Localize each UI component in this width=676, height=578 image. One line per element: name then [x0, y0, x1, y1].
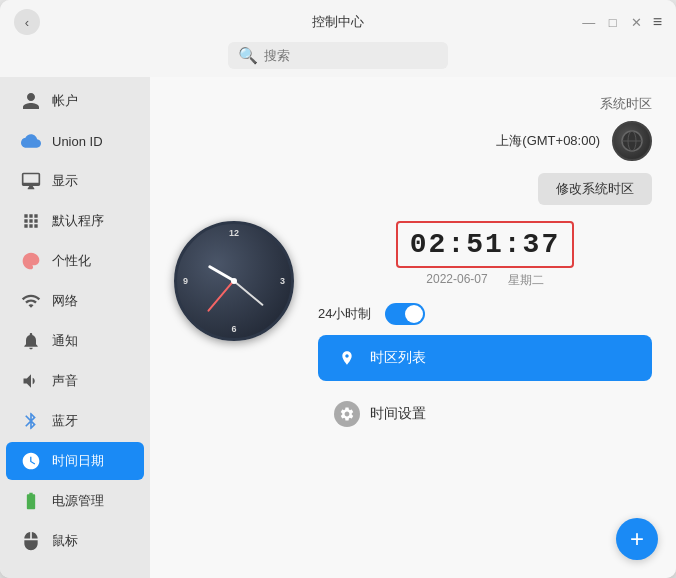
- maximize-button[interactable]: □: [605, 14, 621, 30]
- mouse-icon: [20, 530, 42, 552]
- sidebar-label-datetime: 时间日期: [52, 452, 104, 470]
- sidebar-item-personalize[interactable]: 个性化: [6, 242, 144, 280]
- sidebar-label-display: 显示: [52, 172, 78, 190]
- main-window: ‹ 控制中心 — □ ✕ ≡ 🔍 帐户: [0, 0, 676, 578]
- sidebar-label-notification: 通知: [52, 332, 78, 350]
- content-panel: 系统时区 上海(GMT+08:00) 修改系统时区: [150, 77, 676, 578]
- sidebar-label-mouse: 鼠标: [52, 532, 78, 550]
- sidebar-label-default-app: 默认程序: [52, 212, 104, 230]
- section-title: 系统时区: [600, 95, 652, 113]
- digital-panel: 02:51:37 2022-06-07 星期二 24小时制: [318, 221, 652, 437]
- clock-num-12: 12: [229, 228, 239, 238]
- settings-icon: [339, 406, 355, 422]
- search-input[interactable]: [264, 48, 438, 63]
- sidebar-label-bluetooth: 蓝牙: [52, 412, 78, 430]
- main-area: 帐户 Union ID 显示 默认程序: [0, 77, 676, 578]
- sidebar-label-sound: 声音: [52, 372, 78, 390]
- analog-clock: 12 3 6 9: [174, 221, 294, 341]
- date-value: 2022-06-07: [426, 272, 487, 289]
- sidebar-item-notification[interactable]: 通知: [6, 322, 144, 360]
- sidebar-item-power[interactable]: 电源管理: [6, 482, 144, 520]
- date-row: 2022-06-07 星期二: [318, 272, 652, 289]
- sidebar-item-mouse[interactable]: 鼠标: [6, 522, 144, 560]
- sidebar-item-display[interactable]: 显示: [6, 162, 144, 200]
- time-settings-button[interactable]: 时间设置: [318, 391, 652, 437]
- globe-icon: [620, 129, 644, 153]
- back-button[interactable]: ‹: [14, 9, 40, 35]
- clock-num-9: 9: [183, 276, 188, 286]
- location-icon-wrap: [334, 345, 360, 371]
- toggle-knob: [405, 305, 423, 323]
- sound-icon: [20, 370, 42, 392]
- network-icon: [20, 290, 42, 312]
- second-hand: [208, 281, 235, 313]
- sidebar-label-personalize: 个性化: [52, 252, 91, 270]
- change-timezone-button[interactable]: 修改系统时区: [538, 173, 652, 205]
- settings-icon-wrap: [334, 401, 360, 427]
- sidebar-label-union-id: Union ID: [52, 134, 103, 149]
- clock-center: [231, 278, 237, 284]
- sidebar-item-bluetooth[interactable]: 蓝牙: [6, 402, 144, 440]
- timezone-value: 上海(GMT+08:00): [496, 132, 600, 150]
- fab-button[interactable]: +: [616, 518, 658, 560]
- toggle-row: 24小时制: [318, 303, 652, 325]
- window-title: 控制中心: [312, 13, 364, 31]
- close-button[interactable]: ✕: [629, 14, 645, 30]
- battery-icon: [20, 490, 42, 512]
- sidebar-label-network: 网络: [52, 292, 78, 310]
- sidebar-label-account: 帐户: [52, 92, 78, 110]
- titlebar: ‹ 控制中心 — □ ✕ ≡: [0, 0, 676, 36]
- sidebar: 帐户 Union ID 显示 默认程序: [0, 77, 150, 578]
- timezone-list-label: 时区列表: [370, 349, 426, 367]
- 24h-toggle[interactable]: [385, 303, 425, 325]
- sidebar-item-sound[interactable]: 声音: [6, 362, 144, 400]
- time-settings-label: 时间设置: [370, 405, 426, 423]
- bell-icon: [20, 330, 42, 352]
- cloud-icon: [20, 130, 42, 152]
- sidebar-item-network[interactable]: 网络: [6, 282, 144, 320]
- timezone-globe: [612, 121, 652, 161]
- sidebar-item-union-id[interactable]: Union ID: [6, 122, 144, 160]
- weekday-value: 星期二: [508, 272, 544, 289]
- minimize-button[interactable]: —: [581, 14, 597, 30]
- titlebar-left: ‹: [14, 9, 40, 35]
- search-wrap: 🔍: [228, 42, 448, 69]
- fab-icon: +: [630, 525, 644, 553]
- apps-icon: [20, 210, 42, 232]
- toggle-label: 24小时制: [318, 305, 371, 323]
- sidebar-item-account[interactable]: 帐户: [6, 82, 144, 120]
- titlebar-right: — □ ✕ ≡: [581, 13, 662, 31]
- sidebar-label-power: 电源管理: [52, 492, 104, 510]
- sidebar-item-default-app[interactable]: 默认程序: [6, 202, 144, 240]
- clock-num-6: 6: [231, 324, 236, 334]
- minute-hand: [233, 280, 263, 306]
- clock-num-3: 3: [280, 276, 285, 286]
- timezone-list-button[interactable]: 时区列表: [318, 335, 652, 381]
- menu-icon[interactable]: ≡: [653, 13, 662, 31]
- palette-icon: [20, 250, 42, 272]
- clock-icon: [20, 450, 42, 472]
- location-icon: [339, 350, 355, 366]
- sidebar-item-datetime[interactable]: 时间日期: [6, 442, 144, 480]
- person-icon: [20, 90, 42, 112]
- monitor-icon: [20, 170, 42, 192]
- digital-clock: 02:51:37: [396, 221, 574, 268]
- bluetooth-icon: [20, 410, 42, 432]
- search-bar: 🔍: [0, 36, 676, 77]
- search-icon: 🔍: [238, 46, 258, 65]
